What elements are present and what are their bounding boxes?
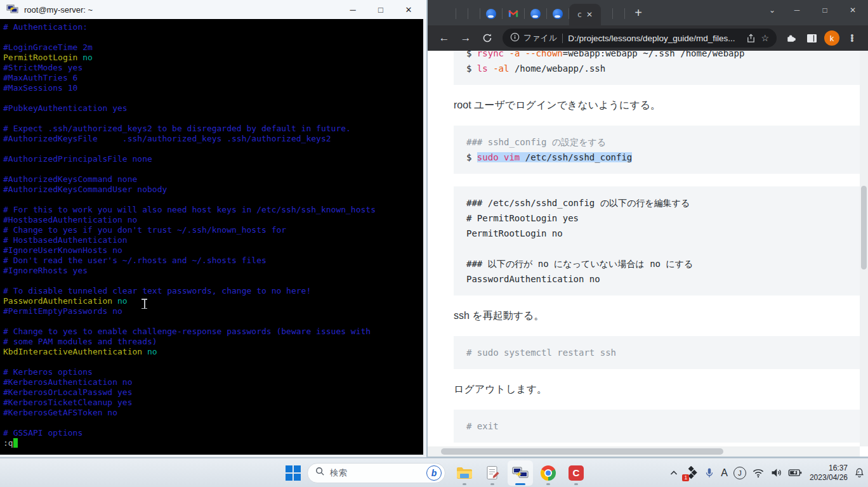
extensions-puzzle-icon[interactable] (782, 29, 801, 48)
bookmark-star-icon[interactable]: ☆ (761, 33, 769, 43)
terminal-screen[interactable]: # Authentication: #LoginGraceTime 2mPerm… (0, 19, 423, 455)
bing-chat-icon[interactable]: b (426, 465, 442, 481)
terminal-maximize-button[interactable]: □ (367, 1, 395, 18)
browser-toolbar: ← → ファイル D:/projects/lessons/deploy_guid… (428, 25, 868, 51)
taskbar-app-putty[interactable] (508, 460, 533, 486)
start-button[interactable] (286, 465, 301, 481)
favicon-tab[interactable] (480, 8, 503, 19)
terminal-line: #LoginGraceTime 2m (3, 42, 423, 53)
url-scheme-label: ファイル (523, 32, 557, 44)
horizontal-scrollbar[interactable] (428, 446, 860, 457)
terminal-line (3, 114, 423, 124)
terminal-line: #KerberosGetAFSToken no (3, 408, 423, 418)
terminal-line: # For this to work you will also need ho… (3, 205, 423, 215)
forward-icon[interactable]: → (456, 28, 476, 48)
markdown-paragraph: ssh を再起動する。 (454, 308, 860, 323)
side-panel-icon[interactable] (802, 29, 821, 48)
address-bar[interactable]: ファイル D:/projects/lessons/deploy_guide/md… (503, 29, 777, 48)
reload-icon[interactable] (477, 28, 497, 48)
taskbar: 検索 b C 1 A J 16:3 (0, 458, 868, 487)
terminal-line: # GSSAPI options (3, 428, 423, 438)
terminal-line (3, 195, 423, 205)
terminal-line: :q (3, 438, 423, 448)
horizontal-scrollbar-thumb[interactable] (441, 448, 723, 455)
ime-mode-indicator[interactable]: A (721, 467, 728, 479)
taskbar-app-camtasia[interactable]: C (563, 460, 589, 486)
code-block: $ rsync -a --chown=webapp:webapp ~/.ssh … (454, 51, 860, 85)
collapsed-tab[interactable] (456, 8, 468, 19)
terminal-line: # Kerberos options (3, 367, 423, 377)
tray-clock[interactable]: 16:37 2023/04/26 (810, 464, 848, 483)
collapsed-tab[interactable] (468, 8, 480, 19)
browser-maximize-button[interactable]: □ (811, 1, 839, 20)
notification-bell-icon[interactable]: z (853, 467, 865, 479)
browser-close-button[interactable]: ✕ (839, 1, 867, 20)
terminal-line: #HostbasedAuthentication no (3, 215, 423, 225)
code-line: $ rsync -a --chown=webapp:webapp ~/.ssh … (466, 51, 847, 61)
new-tab-button[interactable]: + (629, 3, 648, 22)
terminal-line (3, 276, 423, 286)
favicon-tab[interactable] (503, 8, 525, 19)
tray-app-badge-icon[interactable]: 1 (684, 466, 698, 480)
terminal-line: #AuthorizedKeysCommandUser nobody (3, 185, 423, 195)
collapsed-tab[interactable] (444, 8, 456, 19)
site-info-chip[interactable]: ファイル (510, 32, 557, 44)
back-icon[interactable]: ← (434, 28, 454, 48)
collapsed-tab[interactable] (613, 8, 625, 19)
avatar-letter: k (824, 30, 839, 46)
code-line: # exit (466, 419, 847, 434)
browser-minimize-button[interactable]: ─ (783, 1, 811, 20)
vertical-scrollbar[interactable] (860, 51, 868, 446)
code-block: ### sshd_config の設定をする$ sudo vim /etc/ss… (454, 126, 860, 174)
taskbar-search-box[interactable]: 検索 b (307, 463, 445, 483)
terminal-line: PasswordAuthentication no (3, 296, 423, 306)
terminal-line: #IgnoreRhosts yes (3, 266, 423, 276)
terminal-line: #MaxSessions 10 (3, 83, 423, 93)
terminal-line: #AuthorizedKeysFile .ssh/authorized_keys… (3, 134, 423, 144)
terminal-line: # Change to yes to enable challenge-resp… (3, 327, 423, 337)
code-block: # exit (454, 410, 860, 443)
terminal-line: #AuthorizedKeysCommand none (3, 174, 423, 185)
terminal-line: # To disable tunneled clear text passwor… (3, 286, 423, 296)
url-text[interactable]: D:/projects/lessons/deploy_guide/md_file… (568, 34, 741, 43)
code-line: $ ls -al /home/webapp/.ssh (466, 61, 847, 76)
code-line: $ sudo vim /etc/ssh/sshd_config (466, 150, 847, 165)
running-indicator (463, 483, 466, 485)
terminal-line: #PubkeyAuthentication yes (3, 103, 423, 114)
tray-circle-app-icon[interactable]: J (733, 467, 746, 479)
taskbar-app-notepad[interactable] (480, 460, 505, 486)
wifi-icon[interactable] (752, 468, 765, 478)
code-line: PermitRootLogin no (466, 226, 847, 241)
blue-circle-favicon (553, 9, 563, 19)
terminal-line (3, 93, 423, 103)
code-line: ### /etc/ssh/sshd_config の以下の行を編集する (466, 195, 847, 211)
tab-close-icon[interactable]: ✕ (586, 11, 593, 18)
terminal-close-button[interactable]: ✕ (395, 1, 423, 18)
tray-chevron-up-icon[interactable] (669, 469, 678, 477)
terminal-minimize-button[interactable]: ─ (339, 1, 367, 18)
browser-menu-kebab-icon[interactable]: ••• (843, 29, 862, 48)
putty-titlebar[interactable]: root@my-server: ~ ─ □ ✕ (0, 0, 426, 19)
battery-icon[interactable] (788, 468, 802, 477)
collapsed-tab[interactable] (601, 8, 613, 19)
terminal-line: # some PAM modules and threads) (3, 337, 423, 347)
putty-window: root@my-server: ~ ─ □ ✕ # Authentication… (0, 0, 426, 457)
terminal-line (3, 164, 423, 174)
taskbar-app-file-explorer[interactable] (452, 460, 477, 486)
favicon-tab[interactable] (547, 8, 569, 19)
camtasia-icon: C (569, 465, 584, 481)
favicon-tab[interactable] (525, 8, 547, 19)
terminal-line (3, 144, 423, 154)
terminal-line: #AuthorizedPrincipalsFile none (3, 154, 423, 164)
active-tab[interactable]: c✕ (569, 4, 601, 25)
vertical-scrollbar-thumb[interactable] (861, 186, 867, 269)
microphone-icon[interactable] (704, 467, 715, 479)
speaker-icon[interactable] (770, 467, 782, 478)
tab-search-chevron-icon[interactable]: ⌄ (761, 1, 783, 20)
svg-text:z: z (858, 470, 860, 474)
share-icon[interactable] (746, 34, 756, 43)
taskbar-app-chrome[interactable] (536, 460, 561, 486)
terminal-line: #KerberosOrLocalPasswd yes (3, 387, 423, 398)
profile-avatar[interactable]: k (822, 29, 841, 48)
terminal-line: #KerberosTicketCleanup yes (3, 398, 423, 408)
